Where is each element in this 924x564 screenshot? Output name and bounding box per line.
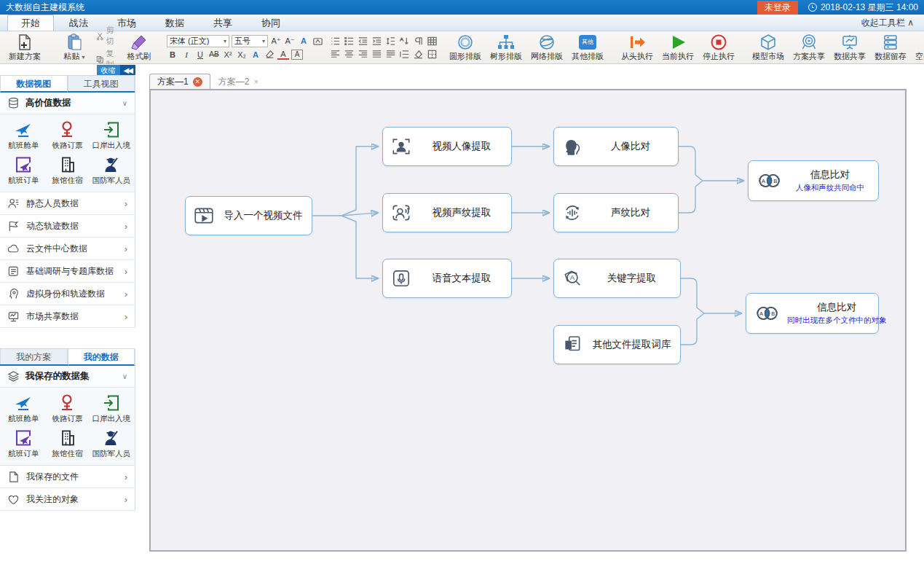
cloud-icon [7, 243, 20, 255]
doc-tab-plan-1[interactable]: 方案—1 ✕ [149, 74, 210, 89]
sidebar-item-dynamic-track[interactable]: 动态轨迹数据› [0, 215, 135, 238]
dataset-port-entry[interactable]: 口岸出入境 [90, 117, 133, 152]
insert-table-button[interactable] [426, 35, 438, 47]
menu-tab-collab[interactable]: 协同 [248, 15, 294, 31]
clipboard-group: 粘贴 ▾ 剪切 复制 格式刷 [52, 33, 161, 62]
sidebar-item-static-personnel[interactable]: 静态人员数据› [0, 192, 135, 215]
dataset-port-entry[interactable]: 口岸出入境 [90, 391, 133, 426]
stop-button[interactable]: 停止执行 [700, 33, 738, 62]
font-color-button[interactable]: A [277, 50, 289, 60]
sidebar-item-my-followed-objects[interactable]: 我关注的对象› [0, 488, 135, 511]
menu-tab-share[interactable]: 共享 [200, 15, 246, 31]
line-spacing-button[interactable] [384, 35, 396, 47]
dataset-railway-ticket[interactable]: 铁路订票 [45, 391, 89, 426]
cut-button[interactable]: 剪切 [96, 25, 117, 47]
subscript-button[interactable]: X₂ [236, 49, 248, 60]
node-video-voiceprint-extract[interactable]: 视频声纹提取 [382, 193, 512, 232]
sidebar-item-cloud-file[interactable]: 云文件中心数据› [0, 238, 135, 260]
font-name-select[interactable]: 宋体 (正文)▾ [167, 35, 229, 47]
align-right-button[interactable] [357, 48, 368, 60]
close-tab-icon[interactable]: × [253, 77, 258, 86]
dataset-flight-manifest[interactable]: 航班舱单 [1, 391, 45, 426]
menu-tab-start[interactable]: 开始 [7, 15, 54, 31]
tree-layout-button[interactable]: 树形排版 [487, 33, 525, 62]
space-management-button[interactable]: 空间管理 [912, 33, 924, 62]
data-retention-button[interactable]: 数据留存 [872, 33, 909, 62]
bold-button[interactable]: B [167, 49, 178, 60]
shading-button[interactable] [412, 48, 424, 60]
numbered-list-button[interactable] [343, 35, 355, 47]
align-left-button[interactable] [329, 48, 341, 60]
new-plan-button[interactable]: 新建方案 [6, 33, 44, 62]
doc-tab-plan-2[interactable]: 方案—2 × [210, 74, 266, 89]
sidebar-item-research-library[interactable]: 基础调研与专题库数据› [0, 260, 135, 283]
run-from-start-button[interactable]: 从头执行 [618, 33, 656, 62]
italic-button[interactable]: I [181, 49, 192, 60]
paragraph-spacing-button[interactable] [398, 48, 410, 60]
sort-button[interactable] [398, 35, 410, 47]
menu-tab-tactics[interactable]: 战法 [55, 15, 102, 31]
collapse-toolbar-button[interactable]: 收起工具栏 ∧ [861, 17, 914, 29]
align-center-button[interactable] [343, 48, 355, 60]
network-layout-button[interactable]: 网络排版 [528, 33, 566, 62]
superscript-button[interactable]: X² [222, 49, 234, 60]
section-my-saved-datasets[interactable]: 我保存的数据集 ∨ [0, 366, 135, 388]
node-video-face-extract[interactable]: 视频人像提取 [382, 127, 512, 166]
circle-layout-button[interactable]: 圆形排版 [446, 33, 484, 62]
bullet-list-button[interactable] [329, 35, 341, 47]
sidebar-item-virtual-identity[interactable]: 虚拟身份和轨迹数据› [0, 283, 135, 305]
model-market-button[interactable]: 模型市场 [749, 33, 787, 62]
login-status-badge[interactable]: 未登录 [757, 1, 798, 15]
tab-tool-view[interactable]: 工具视图 [68, 75, 135, 91]
phonetic-guide-button[interactable] [312, 35, 323, 47]
strikethrough-button[interactable]: AB [208, 49, 220, 60]
increase-indent-button[interactable] [371, 35, 382, 47]
node-import-video-file[interactable]: 导入一个视频文件 [185, 196, 312, 235]
tab-my-plans[interactable]: 我的方案 [0, 348, 68, 364]
run-current-button[interactable]: 当前执行 [659, 33, 697, 62]
node-voiceprint-compare[interactable]: 声纹比对 [553, 193, 679, 232]
dataset-flight-order[interactable]: 航班订单 [1, 152, 45, 187]
menu-tab-data[interactable]: 数据 [151, 15, 198, 31]
distribute-button[interactable] [384, 48, 396, 60]
sidebar-item-market-shared[interactable]: 市场共享数据› [0, 305, 135, 328]
font-size-select[interactable]: 五号▾ [232, 35, 268, 47]
node-keyword-extract[interactable]: A 关键字提取 [553, 259, 681, 298]
decrease-indent-button[interactable] [357, 35, 368, 47]
underline-button[interactable]: U [194, 49, 206, 60]
section-high-value-data[interactable]: 高价值数据 ∨ [0, 93, 135, 114]
dataset-hotel-stay[interactable]: 旅馆住宿 [45, 426, 89, 461]
dataset-hotel-stay[interactable]: 旅馆住宿 [45, 152, 89, 187]
text-effect-color-button[interactable]: A [250, 49, 261, 60]
sidebar-item-my-saved-files[interactable]: 我保存的文件› [0, 466, 135, 488]
character-border-button[interactable]: A [291, 50, 303, 60]
dataset-flight-manifest[interactable]: 航班舱单 [1, 117, 45, 152]
node-other-files-lexicon[interactable]: 其他文件提取词库 [553, 325, 681, 364]
justify-button[interactable] [371, 48, 382, 60]
node-info-compare-2[interactable]: A B 信息比对 同时出现在多个文件中的对象 [746, 293, 879, 334]
paste-button[interactable]: 粘贴 ▾ [55, 33, 93, 62]
node-speech-text-extract[interactable]: 语音文本提取 [382, 259, 512, 298]
format-painter-button[interactable]: 格式刷 [120, 33, 158, 62]
node-face-compare[interactable]: 人像比对 [553, 127, 679, 166]
other-layout-button[interactable]: 其他 其他排版 [569, 33, 607, 62]
tab-data-view[interactable]: 数据视图 [0, 75, 68, 93]
shrink-font-button[interactable]: A⁻ [284, 35, 296, 47]
plan-share-button[interactable]: 方案共享 [790, 33, 828, 62]
grow-font-button[interactable]: A⁺ [270, 35, 282, 47]
stop-icon [709, 34, 728, 51]
sidebar-collapse-button[interactable]: 收缩 ◀◀ [97, 65, 135, 76]
borders-button[interactable] [426, 48, 438, 60]
highlight-button[interactable] [264, 49, 275, 60]
close-tab-icon[interactable]: ✕ [193, 77, 202, 87]
model-canvas[interactable]: 导入一个视频文件 视频人像提取 视频声纹提取 语音文本提取 人像比对 声纹比对 … [149, 89, 907, 552]
dataset-military-personnel[interactable]: 国防军人员 [90, 152, 133, 187]
dataset-flight-order[interactable]: 航班订单 [1, 426, 45, 461]
show-marks-button[interactable] [412, 35, 424, 47]
dataset-military-personnel[interactable]: 国防军人员 [90, 426, 133, 461]
tab-my-data[interactable]: 我的数据 [68, 348, 135, 366]
text-effects-button[interactable]: A [298, 35, 309, 47]
node-info-compare-1[interactable]: A B 信息比对 人像和声纹共同命中 [748, 160, 879, 201]
dataset-railway-ticket[interactable]: 铁路订票 [45, 117, 89, 152]
data-share-button[interactable]: 数据共享 [831, 33, 869, 62]
